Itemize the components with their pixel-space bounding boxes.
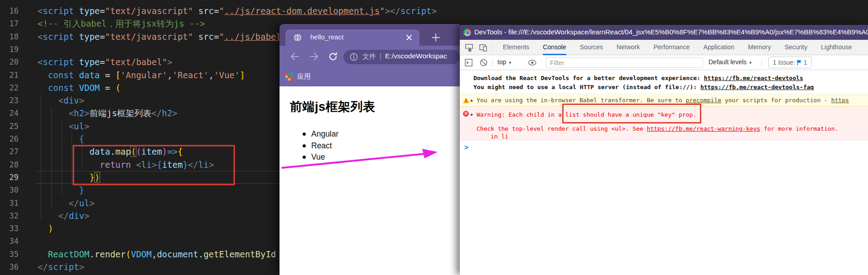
line-number-29: 29 (0, 171, 19, 184)
console-text: in li (491, 133, 508, 140)
line-number-16: 16 (0, 5, 19, 17)
line-number-25: 25 (0, 120, 19, 133)
line-number-24: 24 (0, 107, 19, 119)
console-link[interactable]: https://fb.me/react-devtools-faq (700, 84, 814, 90)
error-icon: ✕ (463, 111, 469, 117)
indent-guide (41, 94, 41, 221)
console-line: You are using the in-browser Babel trans… (477, 97, 849, 104)
devtools-tab-memory[interactable]: Memory (748, 40, 771, 55)
tab-title: hello_react (310, 33, 343, 41)
info-icon[interactable] (350, 53, 358, 61)
code-line-17: <!-- 引入babel，用于将jsx转为js --> (38, 17, 205, 30)
list-item-angular: Angular (311, 128, 338, 140)
code-line-30: } (38, 184, 84, 196)
framework-list: AngularReactVue (311, 128, 338, 163)
devtools-tab-application[interactable]: Application (704, 40, 735, 55)
code-line-26: { (38, 133, 84, 145)
issues-button[interactable]: 1 Issue: 1 (768, 57, 812, 68)
console-link[interactable]: https://fb.me/react-devtools (704, 75, 803, 81)
code-line-36: </script> (38, 261, 84, 273)
devtools-tab-console[interactable]: Console (543, 40, 566, 55)
code-line-24: <h2>前端js框架列表</h2> (38, 107, 178, 119)
issue-flag-icon (797, 60, 802, 66)
console-text: Download the React DevTools for a better… (473, 75, 704, 81)
indent-guide (72, 132, 72, 183)
line-number-30: 30 (0, 184, 19, 196)
console-line: in li (491, 133, 508, 140)
devtools-tab-elements[interactable]: Elements (503, 40, 529, 55)
line-number-36: 36 (0, 261, 19, 273)
code-line-18: <script type="text/javascript" src="../j… (38, 30, 281, 43)
page-heading: 前端js框架列表 (290, 99, 376, 115)
new-tab-button[interactable] (430, 32, 441, 43)
red-annotation-box-console: list should have a unique "key" prop. (564, 105, 700, 122)
line-number-22: 22 (0, 81, 19, 94)
list-item-react: React (311, 140, 338, 152)
devtools-tab-performance[interactable]: Performance (653, 40, 690, 55)
devtools-tab-security[interactable]: Security (785, 40, 808, 55)
code-line-29: }) (38, 171, 100, 184)
chrome-logo-icon (463, 28, 471, 36)
code-line-32: </div> (38, 209, 89, 222)
devtools-tabbar: ElementsConsoleSourcesNetworkPerformance… (460, 40, 868, 55)
reload-icon[interactable] (328, 51, 338, 62)
globe-favicon (294, 33, 302, 42)
console-text: for more information. (760, 125, 838, 132)
line-number-19: 19 (0, 43, 19, 56)
console-line: Check the top-level render call using <u… (477, 125, 838, 132)
console-prompt-chevron[interactable]: > (464, 143, 468, 152)
console-error-message: ✕ ▶ Warning: Each child in a list should… (460, 107, 868, 140)
code-line-21: const data = ['Angular','React','Vue'] (38, 69, 245, 81)
live-expression-eye-icon[interactable] (528, 59, 537, 66)
tab-close-icon[interactable] (405, 33, 413, 42)
clear-console-icon[interactable] (479, 58, 488, 67)
indent-guide (62, 119, 62, 195)
forward-icon[interactable] (309, 51, 319, 62)
divider (762, 58, 762, 67)
address-scheme: 文件 (362, 52, 376, 61)
log-levels-dropdown[interactable]: Default levels▼ (709, 58, 752, 66)
back-icon[interactable] (289, 51, 300, 62)
console-messages[interactable]: Download the React DevTools for a better… (460, 70, 868, 275)
line-number-26: 26 (0, 133, 19, 145)
console-filter-input[interactable] (546, 57, 703, 68)
line-number-33: 33 (0, 222, 19, 235)
line-number-35: 35 (0, 248, 19, 261)
expand-triangle-icon[interactable]: ▶ (471, 98, 473, 103)
context-selector[interactable]: top▼ (497, 58, 512, 66)
code-line-16: <script type="text/javascript" src="../j… (38, 5, 437, 17)
line-number-27: 27 (0, 145, 19, 158)
console-text: You might need to use a local HTTP serve… (473, 84, 700, 90)
apps-grid-icon[interactable] (285, 73, 293, 81)
clipped-code-line: <!-- 引入react-dom，用于支持react操作DOM --> (38, 0, 355, 3)
console-link[interactable]: https (831, 97, 849, 104)
divider (492, 43, 493, 52)
bookmark-apps-label[interactable]: 应用 (297, 72, 311, 81)
devtools-tab-network[interactable]: Network (617, 40, 640, 55)
screen: <!-- 引入react-dom，用于支持react操作DOM --> 1617… (0, 0, 868, 275)
inspect-element-icon[interactable] (465, 43, 473, 52)
line-number-21: 21 (0, 69, 19, 81)
warning-icon (463, 98, 469, 103)
expand-triangle-icon[interactable]: ▶ (471, 112, 473, 117)
indent-guide (51, 107, 52, 209)
browser-page-content: 前端js框架列表 AngularReactVue (280, 86, 460, 275)
browser-tab-hello-react[interactable]: hello_react (285, 29, 420, 46)
address-bar[interactable]: 文件 | E:/vscodeWorkspac (343, 50, 460, 64)
code-line-27: data.map((item)=>{ (38, 145, 183, 158)
line-number-31: 31 (0, 197, 19, 209)
code-line-25: <ul> (38, 120, 89, 133)
console-link[interactable]: precompile (686, 97, 721, 104)
console-link[interactable]: https://fb.me/react-warning-keys (647, 125, 760, 132)
devtools-tab-lighthouse[interactable]: Lighthouse (821, 40, 852, 55)
console-sidebar-icon[interactable] (464, 58, 473, 67)
console-line: Download the React DevTools for a better… (473, 75, 803, 81)
console-line: Warning: Each child in a list should hav… (477, 111, 696, 118)
devtools-tab-sources[interactable]: Sources (580, 40, 603, 55)
device-toolbar-icon[interactable] (479, 43, 487, 52)
code-line-35: ReactDOM.render(VDOM,document.getElement… (38, 248, 276, 261)
line-number-34: 34 (0, 235, 19, 247)
line-number-18: 18 (0, 30, 19, 43)
console-text: your scripts for production - (721, 97, 831, 104)
code-line-22: const VDOM = ( (38, 81, 121, 94)
